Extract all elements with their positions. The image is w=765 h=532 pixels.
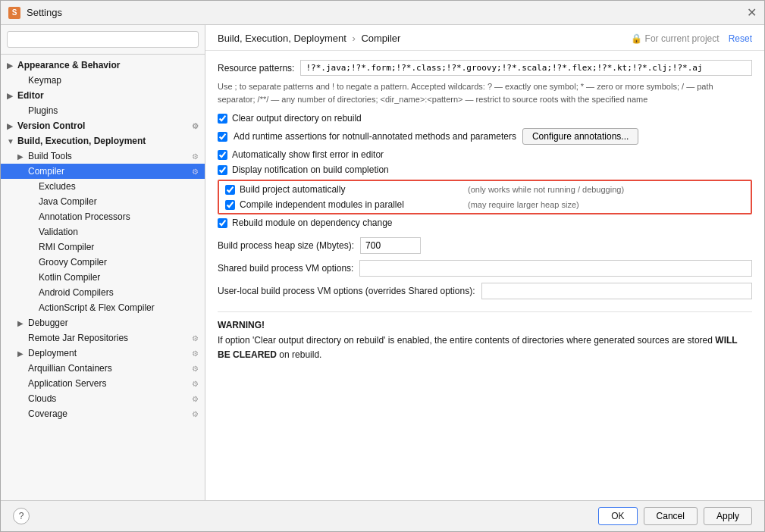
sidebar-item-debugger[interactable]: ▶ Debugger bbox=[1, 315, 205, 330]
sidebar-item-label: Clouds bbox=[28, 393, 189, 404]
sidebar-item-build-exec-deploy[interactable]: ▼ Build, Execution, Deployment bbox=[1, 133, 205, 149]
display-notification-label: Display notification on build completion bbox=[232, 164, 389, 175]
settings-icon: ⚙ bbox=[192, 365, 199, 373]
sidebar-item-editor[interactable]: ▶ Editor bbox=[1, 88, 205, 103]
sidebar-item-label: Debugger bbox=[28, 318, 199, 328]
sidebar-item-deployment[interactable]: ▶ Deployment ⚙ bbox=[1, 346, 205, 361]
warning-text: If option 'Clear output directory on reb… bbox=[218, 333, 752, 362]
build-automatically-label: Build project automatically bbox=[240, 184, 345, 195]
hint-text: Use ; to separate patterns and ! to nega… bbox=[218, 80, 752, 105]
sidebar-item-kotlin-compiler[interactable]: Kotlin Compiler bbox=[1, 270, 205, 285]
clear-output-checkbox[interactable] bbox=[218, 114, 227, 124]
dialog-footer: ? OK Cancel Apply bbox=[1, 500, 764, 531]
expand-icon: ▶ bbox=[17, 319, 28, 327]
sidebar-item-label: Compiler bbox=[28, 166, 189, 177]
breadcrumb-current: Compiler bbox=[361, 33, 400, 44]
compile-parallel-label: Compile independent modules in parallel bbox=[240, 199, 404, 210]
apply-button[interactable]: Apply bbox=[704, 507, 752, 525]
sidebar-item-annotation-processors[interactable]: Annotation Processors bbox=[1, 209, 205, 224]
display-notification-checkbox[interactable] bbox=[218, 165, 227, 175]
reset-link[interactable]: Reset bbox=[729, 33, 752, 44]
sidebar-item-label: Plugins bbox=[28, 105, 199, 116]
ok-button[interactable]: OK bbox=[598, 507, 637, 525]
title-bar: S Settings ✕ bbox=[1, 1, 764, 25]
app-icon: S bbox=[8, 7, 20, 19]
settings-icon: ⚙ bbox=[192, 334, 199, 343]
breadcrumb-separator: › bbox=[352, 33, 355, 44]
sidebar-item-coverage[interactable]: Coverage ⚙ bbox=[1, 406, 205, 421]
sidebar-item-java-compiler[interactable]: Java Compiler bbox=[1, 194, 205, 209]
sidebar-item-clouds[interactable]: Clouds ⚙ bbox=[1, 391, 205, 406]
window-title: Settings bbox=[27, 7, 62, 18]
sidebar-item-label: Annotation Processors bbox=[39, 211, 199, 222]
sidebar-item-android-compilers[interactable]: Android Compilers bbox=[1, 285, 205, 300]
panel-body: Resource patterns: Use ; to separate pat… bbox=[205, 51, 764, 500]
sidebar-item-groovy-compiler[interactable]: Groovy Compiler bbox=[1, 255, 205, 270]
expand-icon: ▶ bbox=[17, 349, 28, 358]
sidebar-item-build-tools[interactable]: ▶ Build Tools ⚙ bbox=[1, 149, 205, 164]
sidebar-item-compiler[interactable]: Compiler ⚙ bbox=[1, 164, 205, 179]
sidebar: ▶ Appearance & Behavior Keymap ▶ Editor … bbox=[1, 25, 205, 500]
sidebar-item-label: Deployment bbox=[28, 348, 189, 358]
runtime-assertions-label: Add runtime assertions for notnull-annot… bbox=[234, 131, 516, 142]
for-current-project: 🔒 For current project bbox=[631, 33, 720, 44]
cancel-button[interactable]: Cancel bbox=[644, 507, 698, 525]
rebuild-dependency-checkbox[interactable] bbox=[218, 218, 227, 228]
sidebar-item-remote-jar[interactable]: Remote Jar Repositories ⚙ bbox=[1, 330, 205, 346]
panel-header: Build, Execution, Deployment › Compiler … bbox=[205, 25, 764, 51]
sidebar-item-excludes[interactable]: Excludes bbox=[1, 179, 205, 194]
warning-text-normal: If option 'Clear output directory on reb… bbox=[218, 335, 713, 346]
warning-title: WARNING! bbox=[218, 320, 752, 330]
warning-text-end: on rebuild. bbox=[279, 349, 321, 360]
panel-header-right: 🔒 For current project Reset bbox=[631, 33, 752, 44]
sidebar-item-keymap[interactable]: Keymap bbox=[1, 73, 205, 88]
shared-vm-input[interactable] bbox=[359, 260, 752, 277]
compile-parallel-checkbox[interactable] bbox=[225, 200, 235, 210]
search-input[interactable] bbox=[7, 31, 199, 48]
sidebar-item-rmi-compiler[interactable]: RMI Compiler bbox=[1, 239, 205, 255]
sidebar-item-label: RMI Compiler bbox=[39, 242, 199, 252]
help-button[interactable]: ? bbox=[13, 508, 30, 524]
sidebar-item-label: Excludes bbox=[39, 181, 199, 192]
settings-icon: ⚙ bbox=[192, 349, 199, 358]
sidebar-item-label: Arquillian Containers bbox=[28, 363, 189, 374]
lock-icon: 🔒 bbox=[631, 33, 642, 44]
clear-output-row: Clear output directory on rebuild bbox=[218, 113, 752, 124]
auto-show-error-checkbox[interactable] bbox=[218, 150, 227, 160]
sidebar-item-label: Remote Jar Repositories bbox=[28, 333, 189, 343]
settings-icon: ⚙ bbox=[192, 410, 199, 418]
sidebar-item-label: Appearance & Behavior bbox=[17, 60, 199, 70]
sidebar-item-validation[interactable]: Validation bbox=[1, 224, 205, 239]
sidebar-item-arquillian[interactable]: Arquillian Containers ⚙ bbox=[1, 361, 205, 376]
settings-icon: ⚙ bbox=[192, 167, 199, 176]
user-local-vm-input[interactable] bbox=[481, 283, 753, 299]
sidebar-item-label: Java Compiler bbox=[39, 196, 199, 207]
sidebar-item-label: Application Servers bbox=[28, 378, 189, 389]
resource-patterns-input[interactable] bbox=[300, 60, 752, 76]
sidebar-item-version-control[interactable]: ▶ Version Control ⚙ bbox=[1, 118, 205, 133]
heap-size-input[interactable] bbox=[360, 237, 421, 254]
shared-vm-row: Shared build process VM options: bbox=[218, 260, 752, 277]
sidebar-item-application-servers[interactable]: Application Servers ⚙ bbox=[1, 376, 205, 391]
settings-icon: ⚙ bbox=[192, 152, 199, 161]
breadcrumb-path: Build, Execution, Deployment bbox=[218, 33, 346, 44]
build-automatically-checkbox[interactable] bbox=[225, 185, 235, 195]
resource-patterns-label: Resource patterns: bbox=[218, 60, 294, 74]
sidebar-item-label: Kotlin Compiler bbox=[39, 272, 199, 283]
sidebar-item-actionscript-flex[interactable]: ActionScript & Flex Compiler bbox=[1, 300, 205, 315]
sidebar-item-label: Android Compilers bbox=[39, 287, 199, 298]
sidebar-item-appearance-behavior[interactable]: ▶ Appearance & Behavior bbox=[1, 58, 205, 73]
rebuild-dependency-label: Rebuild module on dependency change bbox=[232, 217, 393, 228]
assertions-row: Add runtime assertions for notnull-annot… bbox=[218, 128, 752, 145]
sidebar-item-label: ActionScript & Flex Compiler bbox=[39, 302, 199, 313]
configure-annotations-button[interactable]: Configure annotations... bbox=[522, 128, 638, 145]
sidebar-item-plugins[interactable]: Plugins bbox=[1, 103, 205, 118]
expand-icon: ▼ bbox=[7, 137, 17, 146]
expand-icon: ▶ bbox=[7, 122, 17, 130]
shared-vm-label: Shared build process VM options: bbox=[218, 263, 353, 274]
runtime-assertions-checkbox[interactable] bbox=[218, 132, 227, 142]
close-button[interactable]: ✕ bbox=[747, 5, 757, 20]
clear-output-label: Clear output directory on rebuild bbox=[232, 113, 362, 124]
search-box bbox=[1, 25, 205, 55]
expand-icon: ▶ bbox=[7, 92, 17, 100]
